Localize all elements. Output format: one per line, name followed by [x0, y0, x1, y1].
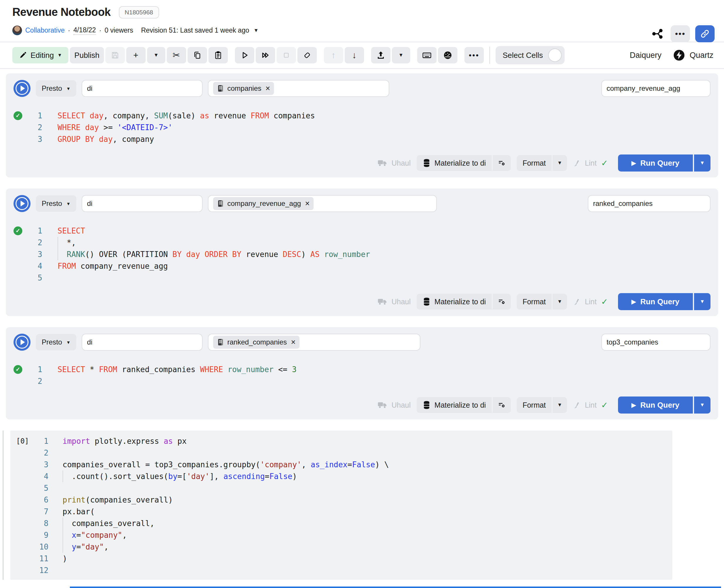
run-cell-button[interactable]	[235, 47, 254, 63]
format-menu-button[interactable]: ▼	[553, 155, 567, 171]
materialize-settings-button[interactable]	[493, 155, 511, 171]
format-menu-button[interactable]: ▼	[553, 294, 567, 310]
copy-link-button[interactable]	[695, 25, 715, 42]
cut-cell-button[interactable]: ✂	[167, 47, 186, 63]
format-button[interactable]: Format	[517, 397, 552, 413]
toolbar-divider	[489, 47, 490, 64]
uhaul-label: Uhaul	[391, 401, 410, 410]
run-query-button[interactable]: ▶ Run Query	[618, 397, 693, 414]
keyboard-shortcuts-button[interactable]	[417, 47, 436, 63]
engine-select[interactable]: Presto ▼	[36, 195, 76, 212]
remove-icon[interactable]: ×	[265, 85, 270, 92]
toggle-knob[interactable]	[548, 48, 562, 62]
format-menu-button[interactable]: ▼	[553, 397, 567, 413]
run-query-menu-button[interactable]: ▼	[694, 293, 710, 310]
code-line[interactable]: ✓1SELECT	[14, 225, 710, 237]
engine-select[interactable]: Presto ▼	[36, 334, 76, 350]
editing-label: Editing	[30, 51, 54, 60]
code-line[interactable]: 8 companies_overall,	[10, 518, 672, 529]
run-query-button[interactable]: ▶ Run Query	[618, 293, 693, 310]
code-line[interactable]: ✓1SELECT * FROM ranked_companies WHERE r…	[14, 364, 710, 375]
materialize-button[interactable]: Materialize to di	[417, 155, 492, 171]
format-button[interactable]: Format	[517, 294, 552, 310]
move-cell-down-button[interactable]: ↓	[345, 47, 364, 63]
code-line[interactable]: 3 RANK() OVER (PARTITION BY day ORDER BY…	[14, 249, 710, 260]
code-line[interactable]: 2 *,	[14, 237, 710, 249]
run-query-menu-button[interactable]: ▼	[694, 397, 710, 414]
cell-run-button[interactable]	[14, 334, 30, 351]
cell-run-button[interactable]	[14, 195, 30, 212]
revision-status[interactable]: Revision 51: Last saved 1 week ago	[141, 26, 249, 34]
theme-button[interactable]	[438, 47, 457, 63]
source-table-pill[interactable]: companies ×	[213, 82, 274, 95]
code-line[interactable]: 5	[10, 482, 672, 494]
code-line[interactable]: 7px.bar(	[10, 506, 672, 518]
avatar[interactable]	[12, 25, 22, 35]
code-content: y="day",	[63, 541, 109, 553]
engine-label: Presto	[42, 200, 62, 208]
code-line[interactable]: 6print(companies_overall)	[10, 494, 672, 506]
code-line[interactable]: 3GROUP BY day, company	[14, 133, 710, 145]
output-table-input[interactable]: ranked_companies	[588, 195, 710, 212]
export-button[interactable]	[371, 47, 390, 63]
output-table-input[interactable]: top3_companies	[601, 334, 710, 351]
code-line[interactable]: 4FROM company_revenue_agg	[14, 260, 710, 272]
namespace-input[interactable]: di	[82, 334, 203, 351]
code-line[interactable]: 2WHERE day >= '<DATEID-7>'	[14, 122, 710, 133]
engine-select[interactable]: Presto ▼	[36, 80, 76, 97]
add-cell-menu-button[interactable]: ▼	[147, 47, 165, 63]
materialize-button[interactable]: Materialize to di	[417, 294, 492, 310]
run-query-button[interactable]: ▶ Run Query	[618, 154, 693, 171]
source-tables-input[interactable]: company_revenue_agg ×	[208, 195, 437, 212]
eraser-icon	[303, 51, 312, 60]
lineage-graph-button[interactable]	[650, 26, 665, 41]
namespace-input[interactable]: di	[82, 195, 203, 212]
brush-icon	[573, 159, 581, 167]
source-table-pill[interactable]: company_revenue_agg ×	[213, 197, 314, 210]
code-line[interactable]: [0]1import plotly.express as px	[10, 435, 672, 447]
source-table-pill[interactable]: ranked_companies ×	[213, 336, 299, 349]
database-icon	[423, 159, 431, 167]
code-line[interactable]: 11)	[10, 553, 672, 565]
paste-cell-button[interactable]	[209, 47, 228, 63]
source-tables-input[interactable]: companies ×	[208, 80, 389, 97]
run-all-cells-button[interactable]	[256, 47, 275, 63]
code-line[interactable]: ✓1SELECT day, company, SUM(sale) as reve…	[14, 110, 710, 122]
code-line[interactable]: 3companies_overall = top3_companies.grou…	[10, 459, 672, 470]
sql-editor[interactable]: ✓1SELECT2 *,3 RANK() OVER (PARTITION BY …	[14, 225, 710, 284]
notebook-date[interactable]: 4/18/22	[73, 26, 96, 35]
namespace-input[interactable]: di	[82, 80, 203, 97]
revision-caret-icon[interactable]: ▼	[254, 28, 259, 34]
line-status-column	[10, 518, 34, 529]
cell-run-button[interactable]	[14, 80, 30, 97]
more-tools-button[interactable]: •••	[465, 47, 484, 63]
copy-cell-button[interactable]	[188, 47, 207, 63]
run-query-menu-button[interactable]: ▼	[694, 154, 710, 171]
materialize-settings-button[interactable]	[493, 294, 511, 310]
line-number: 1	[27, 225, 42, 237]
header-more-button[interactable]: •••	[670, 25, 690, 42]
code-line[interactable]: 2	[14, 375, 710, 387]
sql-editor[interactable]: ✓1SELECT * FROM ranked_companies WHERE r…	[14, 364, 710, 387]
select-cells-toggle[interactable]: Select Cells	[495, 46, 565, 64]
collaborative-link[interactable]: Collaborative	[25, 26, 65, 34]
add-cell-button[interactable]: +	[126, 47, 146, 63]
remove-icon[interactable]: ×	[305, 200, 310, 208]
publish-button[interactable]: Publish	[70, 47, 104, 63]
materialize-button[interactable]: Materialize to di	[417, 397, 492, 413]
export-menu-button[interactable]: ▼	[392, 47, 410, 63]
format-button[interactable]: Format	[517, 155, 552, 171]
output-table-input[interactable]: company_revenue_agg	[601, 80, 710, 97]
code-line[interactable]: 2	[10, 447, 672, 459]
source-tables-input[interactable]: ranked_companies ×	[208, 334, 421, 351]
clear-outputs-button[interactable]	[297, 47, 317, 63]
materialize-settings-button[interactable]	[493, 397, 511, 413]
code-line[interactable]: 4 .count().sort_values(by=['day'], ascen…	[10, 470, 672, 482]
code-line[interactable]: 10 y="day",	[10, 541, 672, 553]
remove-icon[interactable]: ×	[291, 338, 296, 346]
code-line[interactable]: 5	[14, 272, 710, 284]
code-line[interactable]: 9 x="company",	[10, 529, 672, 541]
sql-editor[interactable]: ✓1SELECT day, company, SUM(sale) as reve…	[14, 110, 710, 145]
editing-mode-button[interactable]: Editing ▼	[12, 47, 68, 63]
code-line[interactable]: 12	[10, 565, 672, 576]
